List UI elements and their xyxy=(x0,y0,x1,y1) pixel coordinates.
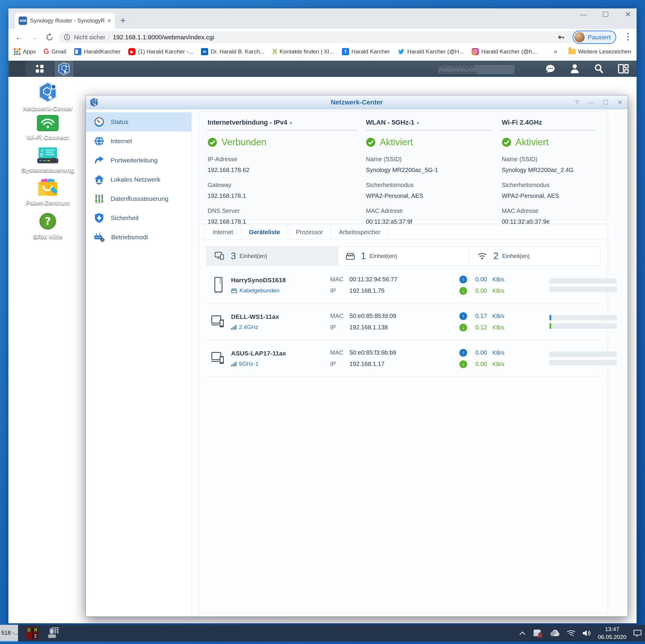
pilot-view-icon[interactable] xyxy=(618,64,629,74)
column-title[interactable]: WLAN - 5GHz-1▾ xyxy=(366,118,493,126)
url-bar[interactable]: Nicht sicher 192.168.1.1:8000/webman/ind… xyxy=(59,31,584,43)
forward-icon[interactable]: → xyxy=(30,33,38,42)
router-tool-taskbar-icon[interactable] xyxy=(47,627,59,639)
new-tab-button[interactable]: + xyxy=(120,15,126,26)
srm-desktop: Rechteckiges Ausschneiden xyxy=(8,58,637,623)
tab-arbeitsspeicher[interactable]: Arbeitsspeicher xyxy=(331,224,389,240)
sidebar-item-betriebsmodi[interactable]: Betriebsmodi xyxy=(86,228,191,247)
device-row[interactable]: ASUS-LAP17-11ax 5GHz-1 xyxy=(206,340,601,377)
device-error-icon[interactable] xyxy=(532,628,543,638)
window-minimize-icon[interactable]: — xyxy=(579,10,588,19)
dropdown-caret-icon[interactable]: ▾ xyxy=(289,120,292,126)
onedrive-cloud-icon[interactable] xyxy=(549,630,560,637)
network-center-app-icon xyxy=(58,62,70,75)
network-center-taskbar-button[interactable] xyxy=(54,61,74,77)
netmeter-taskbar-icon[interactable]: N M E xyxy=(26,627,38,639)
desktop-icon-srm-hilfe[interactable]: ? SRM Hilfe xyxy=(19,212,77,241)
upload-arrow-icon: ↑ xyxy=(459,349,467,357)
counter-lan-devices[interactable]: 1 Einheit(en) xyxy=(338,247,469,266)
taskbar-clock[interactable]: 13:47 06.05.2020 xyxy=(598,625,626,641)
bookmark-gmail[interactable]: G Gmail xyxy=(43,47,66,55)
counter-wifi-devices[interactable]: 2 Einheit(en) xyxy=(469,247,601,266)
profile-chip[interactable]: Pausiert xyxy=(573,31,616,44)
connection-state: Aktiviert xyxy=(366,137,493,148)
notifications-icon[interactable] xyxy=(545,64,556,74)
browser-tab[interactable]: SRM Synology Router - SynologyRout × xyxy=(15,13,115,29)
password-key-icon[interactable] xyxy=(557,33,565,41)
twitter-icon xyxy=(398,48,405,55)
device-connection-link[interactable]: 2.4GHz xyxy=(231,324,330,331)
bookmark-xing[interactable]: X Kontakte finden | XI... xyxy=(272,47,334,56)
window-title: Netzwerk-Center xyxy=(86,98,628,106)
tab-geraeteliste[interactable]: Geräteliste xyxy=(241,224,288,240)
user-options-icon[interactable] xyxy=(570,64,580,74)
device-connection-link[interactable]: Kabelgebunden xyxy=(231,287,330,294)
window-close-icon[interactable]: ✕ xyxy=(623,10,632,19)
device-connection-link[interactable]: 5GHz-1 xyxy=(231,361,330,367)
port-forward-icon xyxy=(94,155,104,166)
desktop-icon-systemsteuerung[interactable]: Systemsteuerung xyxy=(19,147,77,174)
bookmark-apps[interactable]: Apps xyxy=(14,48,36,55)
bookmark-linkedin[interactable]: in Dr. Harald B. Karch... xyxy=(201,48,265,55)
dropdown-caret-icon[interactable]: ▾ xyxy=(417,120,419,126)
desktop-icon-wifi-connect[interactable]: Wi-Fi Connect xyxy=(19,115,77,141)
close-icon[interactable]: ✕ xyxy=(617,99,623,106)
device-row[interactable]: DELL-WS1-11ax 2.4GHz xyxy=(206,304,601,340)
bookmark-haraldkarcher[interactable]: HaraldKarcher xyxy=(74,48,121,55)
signal-bars-icon xyxy=(231,361,236,366)
sidebar-item-sicherheit[interactable]: Sicherheit xyxy=(86,208,191,228)
bookmark-twitter[interactable]: Harald Karcher (@H... xyxy=(398,48,464,55)
action-center-icon[interactable] xyxy=(633,629,642,637)
tab-prozessor[interactable]: Prozessor xyxy=(288,224,331,240)
other-bookmarks-button[interactable]: Weitere Lesezeichen xyxy=(569,48,631,55)
site-icon xyxy=(74,48,81,55)
help-icon[interactable]: ? xyxy=(575,99,579,106)
wifi-tray-icon[interactable] xyxy=(567,630,576,637)
desktop-icon-paket-zentrum[interactable]: Paket-Zentrum xyxy=(19,178,77,207)
column-title[interactable]: Internetverbindung - IPv4▾ xyxy=(208,118,357,126)
window-maximize-icon[interactable]: ☐ xyxy=(601,10,610,19)
bookmark-youtube[interactable]: ▶ (1) Harald Karcher -... xyxy=(128,48,193,55)
main-menu-button[interactable] xyxy=(26,61,53,77)
check-circle-icon xyxy=(208,137,217,147)
maximize-icon[interactable]: ☐ xyxy=(603,99,609,106)
desktop-icon-netzwerk-center[interactable]: Netzwerk-Center xyxy=(19,82,77,112)
folder-icon xyxy=(569,49,576,54)
sidebar-item-datenflusssteuerung[interactable]: Datenflusssteuerung xyxy=(86,189,191,208)
browser-menu-icon[interactable] xyxy=(627,33,629,40)
field-value: WPA2-Personal, AES xyxy=(366,193,493,199)
download-speed: 0.00 xyxy=(470,361,487,367)
device-mac: 50:e0:85:85:fd:09 xyxy=(350,313,396,319)
facebook-icon: f xyxy=(342,48,349,55)
site-info-icon[interactable] xyxy=(64,34,70,40)
sidebar-item-portweiterleitung[interactable]: Portweiterleitung xyxy=(86,151,191,170)
field-label: Name (SSID) xyxy=(502,156,595,163)
window-titlebar[interactable]: Netzwerk-Center ? — ☐ ✕ xyxy=(86,95,628,109)
field-label: Gateway xyxy=(208,182,357,189)
minimize-icon[interactable]: — xyxy=(588,99,594,106)
connection-state: Aktiviert xyxy=(502,137,595,148)
browser-tabstrip: SRM Synology Router - SynologyRout × + —… xyxy=(8,8,637,29)
sidebar-item-lokales-netzwerk[interactable]: Lokales Netzwerk xyxy=(86,170,191,189)
status-gauge-icon xyxy=(94,116,104,127)
counter-all-devices[interactable]: 3 Einheit(en) xyxy=(206,247,338,266)
tab-close-icon[interactable]: × xyxy=(107,17,111,25)
bookmark-facebook[interactable]: f Harald Karcher xyxy=(342,48,390,55)
field-value: 192.168.178.62 xyxy=(208,167,357,174)
upload-speed: 0.00 xyxy=(470,349,487,356)
sidebar-item-status[interactable]: Status xyxy=(86,112,191,131)
taskbar-app-button[interactable]: 518 -... xyxy=(0,625,18,642)
tray-chevron-icon[interactable] xyxy=(519,631,526,635)
reload-icon[interactable] xyxy=(46,33,53,41)
search-icon[interactable] xyxy=(594,64,604,74)
browser-window: SRM Synology Router - SynologyRout × + —… xyxy=(8,8,637,623)
sidebar-item-internet[interactable]: Internet xyxy=(86,131,191,151)
back-icon[interactable]: ← xyxy=(15,33,23,42)
field-value: WPA2-Personal, AES xyxy=(502,193,595,199)
bookmarks-overflow-icon[interactable]: » xyxy=(554,48,557,55)
device-row[interactable]: HarrySynoDS1618 Kabelgebunden xyxy=(206,267,601,304)
bookmark-instagram[interactable]: Harald Karcher (@h... xyxy=(472,48,537,55)
main-menu-icon xyxy=(34,64,45,74)
volume-icon[interactable] xyxy=(582,629,591,637)
tab-internet[interactable]: Internet xyxy=(205,224,241,240)
